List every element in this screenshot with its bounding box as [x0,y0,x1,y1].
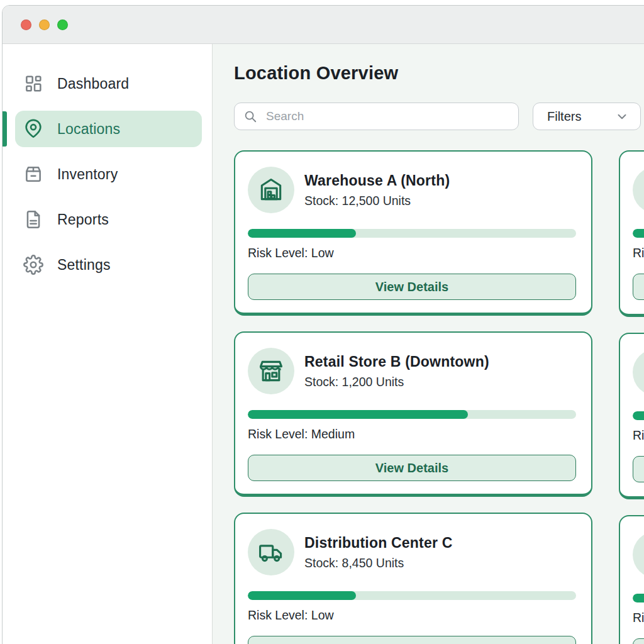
location-card-retail-store-b: Retail Store B (Downtown) Stock: 1,200 U… [234,331,592,497]
search-box[interactable] [234,103,519,130]
view-details-button[interactable]: View Details [248,274,576,300]
stock-progress-fill [633,229,644,238]
filters-label: Filters [547,109,581,124]
stock-progress-bar [248,229,576,238]
document-icon [23,209,44,230]
card-title: Retail Store B (Downtown) [304,353,489,370]
card-stock: Stock: 1,200 Units [304,375,489,389]
sidebar-item-label: Reports [57,211,109,228]
stock-progress-fill [248,410,468,419]
sidebar: Dashboard Locations [3,44,213,644]
titlebar [3,6,644,44]
view-details-button[interactable] [633,638,644,644]
card-title: Warehouse A (North) [304,172,450,189]
app-window: Dashboard Locations [2,5,644,644]
cards-column-primary: Warehouse A (North) Stock: 12,500 Units … [234,150,592,644]
close-window-button[interactable] [21,19,31,30]
view-details-button[interactable] [633,456,644,482]
risk-level-label: Risk Level: [633,428,644,443]
risk-level-label: Risk Level: Low [248,608,576,623]
truck-icon [248,529,294,575]
view-details-button[interactable]: View Details [248,636,576,644]
risk-level-label: Risk Level: [633,246,644,260]
page-title: Location Overview [234,63,644,84]
toolbar: Filters [234,103,644,130]
stock-progress-bar [248,591,576,600]
sidebar-item-inventory[interactable]: Inventory [15,156,202,192]
dashboard-grid-icon [23,73,44,94]
map-pin-icon [23,118,44,140]
sidebar-item-label: Settings [57,257,111,274]
main-content: Location Overview Filters [213,44,644,644]
cards-column-secondary: Risk Level: [619,150,644,644]
view-details-button[interactable]: View Details [248,455,576,481]
sidebar-item-label: Inventory [57,166,118,183]
sidebar-item-label: Locations [57,121,120,138]
stock-progress-bar [633,594,644,602]
stock-progress-bar [633,229,644,238]
minimize-window-button[interactable] [39,19,50,30]
stock-progress-bar [633,411,644,420]
search-input[interactable] [265,109,509,124]
location-cards-grid: Warehouse A (North) Stock: 12,500 Units … [234,150,644,644]
stock-progress-fill [633,411,644,420]
storefront-icon [248,348,294,394]
risk-level-label: Risk Level: [633,611,644,625]
filters-dropdown[interactable]: Filters [533,103,641,130]
building-icon [633,531,644,578]
search-icon [243,109,257,123]
stock-progress-bar [248,410,576,419]
stock-progress-fill [248,591,356,600]
card-title: Distribution Center C [304,535,452,552]
package-icon [23,164,44,185]
card-stock: Stock: 12,500 Units [304,194,450,208]
risk-level-label: Risk Level: Low [248,246,576,260]
sidebar-item-dashboard[interactable]: Dashboard [15,65,202,102]
traffic-lights [21,19,68,30]
factory-icon [633,349,644,396]
sidebar-item-label: Dashboard [57,75,129,92]
card-stock: Stock: 8,450 Units [304,556,452,570]
stock-progress-fill [633,594,644,602]
sidebar-item-locations[interactable]: Locations [15,111,202,147]
stock-progress-fill [248,229,356,238]
active-item-accent-bar [3,111,7,147]
chevron-down-icon [615,109,629,123]
gear-icon [23,254,44,275]
location-card-distribution-center-c: Distribution Center C Stock: 8,450 Units… [234,513,592,644]
sidebar-item-reports[interactable]: Reports [15,201,202,238]
building-icon [633,167,644,213]
location-card-warehouse-a: Warehouse A (North) Stock: 12,500 Units … [234,150,592,316]
risk-level-label: Risk Level: Medium [248,427,576,441]
view-details-button[interactable] [633,274,644,300]
warehouse-icon [248,167,294,213]
location-card-partial-1: Risk Level: [619,150,644,317]
zoom-window-button[interactable] [57,19,68,30]
location-card-partial-2: Risk Level: [619,333,644,499]
location-card-partial-3: Risk Level: [619,515,644,644]
sidebar-item-settings[interactable]: Settings [15,247,202,283]
